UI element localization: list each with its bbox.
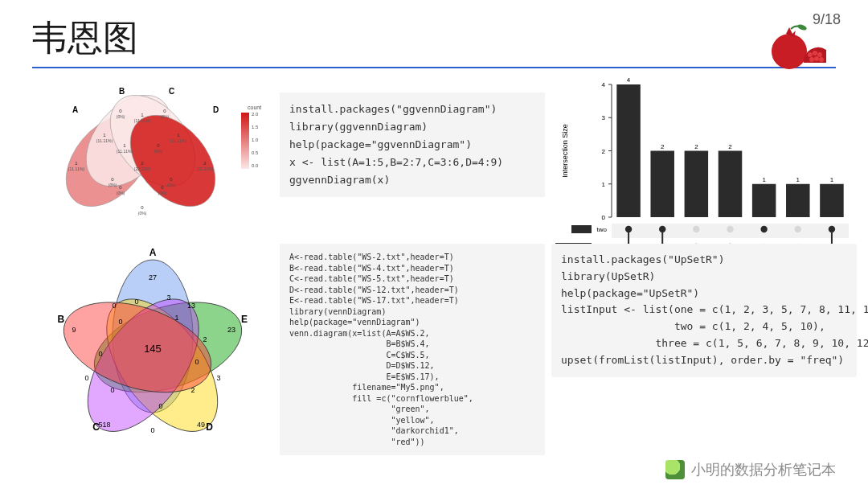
svg-point-7 [819,57,824,62]
svg-text:C: C [169,87,174,96]
svg-text:2: 2 [728,143,732,150]
svg-text:(0%): (0%) [108,183,117,187]
svg-rect-80 [571,225,592,233]
svg-text:49: 49 [197,421,205,429]
svg-text:(0%): (0%) [117,191,125,195]
svg-text:1: 1 [174,314,178,322]
svg-point-99 [727,226,733,232]
svg-text:4: 4 [627,76,631,84]
svg-text:3: 3 [602,114,606,121]
svg-text:3: 3 [216,374,220,382]
upset-figure: 01234Intersection Size4222111twoonethree [551,76,857,237]
svg-text:1: 1 [762,176,766,183]
svg-text:0: 0 [602,214,606,221]
pomegranate-image [767,23,831,72]
svg-text:1: 1 [602,181,606,188]
svg-text:(11.11%): (11.11%) [68,166,85,171]
svg-point-105 [795,226,801,232]
svg-text:2: 2 [203,335,207,343]
svg-text:(11.11%): (11.11%) [134,118,151,123]
svg-text:13: 13 [187,302,195,310]
svg-text:0: 0 [98,350,102,358]
svg-text:two: two [597,226,608,233]
svg-text:0: 0 [134,298,138,306]
svg-text:A: A [149,247,157,258]
code-venndiagram: A<-read.table("WS-2.txt",header=T) B<-re… [280,244,545,453]
svg-text:27: 27 [149,273,157,281]
svg-point-5 [809,57,814,62]
svg-text:1.5: 1.5 [252,125,259,129]
svg-text:D: D [206,421,213,433]
svg-text:3: 3 [166,294,170,302]
svg-text:(11.11%): (11.11%) [170,138,187,143]
svg-text:0.0: 0.0 [252,163,259,168]
svg-text:2: 2 [602,148,606,155]
svg-text:(22.22%): (22.22%) [134,166,151,171]
svg-rect-73 [752,184,776,217]
svg-text:1: 1 [830,176,834,183]
svg-text:145: 145 [144,343,162,355]
svg-text:E: E [241,314,248,325]
svg-text:23: 23 [227,326,235,334]
svg-text:(11.11%): (11.11%) [96,138,113,143]
svg-text:2.0: 2.0 [252,112,259,117]
svg-text:2: 2 [694,143,698,150]
venn4-figure: ABCD1(11.11%)0(0%)0(0%)2(22.22%)1(11.11%… [32,76,273,237]
svg-text:(11.11%): (11.11%) [117,149,133,154]
svg-point-95 [693,226,699,232]
code-upsetr: install.packages("UpSetR") library(UpSet… [551,244,857,453]
svg-rect-69 [685,151,709,218]
svg-point-2 [808,52,813,57]
svg-text:0: 0 [141,205,144,210]
svg-point-6 [814,56,819,61]
svg-text:1: 1 [796,176,800,183]
svg-text:1.0: 1.0 [252,138,259,142]
venn5-figure: AEDCB27234951891451303003012200000 [32,244,273,453]
svg-text:D: D [213,105,219,114]
svg-text:(0%): (0%) [117,114,125,119]
svg-rect-75 [786,184,810,217]
svg-text:0: 0 [150,426,154,434]
svg-text:0: 0 [110,386,114,394]
title-divider [32,67,836,68]
svg-rect-67 [650,151,674,218]
svg-rect-71 [719,151,743,218]
svg-point-4 [817,52,822,57]
svg-text:4: 4 [602,81,606,88]
svg-text:0: 0 [118,318,122,326]
wechat-icon [665,460,685,479]
svg-text:2: 2 [661,143,665,150]
svg-text:Intersection Size: Intersection Size [561,124,569,178]
svg-rect-47 [241,113,249,169]
svg-point-3 [813,51,817,55]
svg-text:A: A [72,105,78,114]
svg-text:0: 0 [194,358,199,366]
svg-text:9: 9 [72,326,76,334]
svg-text:0: 0 [112,302,116,310]
watermark: 小明的数据分析笔记本 [665,460,836,479]
svg-text:B: B [58,314,65,325]
svg-text:0: 0 [84,374,88,382]
svg-text:(0%): (0%) [158,191,167,195]
slide-title: 韦恩图 [32,14,836,62]
svg-text:(0%): (0%) [154,149,163,154]
svg-text:518: 518 [98,421,110,429]
svg-text:2: 2 [190,386,194,394]
svg-text:(0%): (0%) [161,114,170,119]
svg-text:0: 0 [158,402,162,410]
svg-point-102 [760,226,767,232]
svg-point-1 [796,23,807,31]
svg-text:(0%): (0%) [138,211,147,216]
svg-rect-65 [616,84,641,217]
svg-text:B: B [119,87,125,96]
svg-text:(0%): (0%) [167,183,176,187]
svg-text:(22.22%): (22.22%) [197,166,214,171]
watermark-text: 小明的数据分析笔记本 [691,460,836,479]
svg-text:count: count [248,105,261,110]
svg-text:0.5: 0.5 [252,150,259,155]
svg-point-0 [772,34,807,69]
svg-rect-77 [820,184,844,217]
code-ggvenn: install.packages("ggvennDiagram") librar… [280,76,545,237]
